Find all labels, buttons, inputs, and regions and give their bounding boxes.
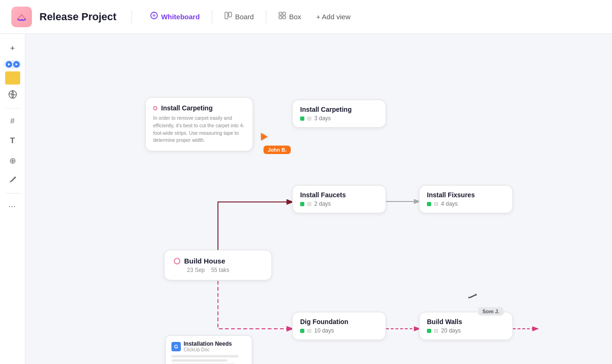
user-label-som-text: Som J. bbox=[482, 309, 499, 314]
note-body: In order to remove carpet easily and eff… bbox=[153, 115, 245, 144]
duration-icon-4: ⊟ bbox=[307, 328, 311, 334]
app-logo bbox=[11, 7, 32, 27]
svg-rect-2 bbox=[229, 12, 232, 17]
doc-line-1 bbox=[171, 355, 239, 357]
board-icon bbox=[225, 12, 232, 22]
task-duration-5: 20 days bbox=[441, 327, 461, 334]
task-meta: ⊟ 4 days bbox=[427, 201, 505, 207]
tab-whiteboard-label: Whiteboard bbox=[161, 13, 200, 21]
sidebar-play-group bbox=[4, 60, 22, 69]
sidebar-globe-button[interactable] bbox=[4, 86, 22, 104]
doc-title: Installation Needs bbox=[184, 341, 232, 347]
user-label-john-text: John B. bbox=[268, 147, 287, 153]
tab-divider-1 bbox=[212, 10, 212, 23]
build-house-milestone[interactable]: Build House 23 Sep 55 taks bbox=[164, 250, 272, 280]
globe-icon bbox=[8, 90, 17, 101]
status-dot-green-3 bbox=[427, 202, 431, 206]
add-view-button[interactable]: + Add view bbox=[310, 10, 357, 23]
box-icon bbox=[279, 12, 286, 22]
installation-needs-doc[interactable]: G Installation Needs ClickUp Doc bbox=[165, 335, 252, 364]
task-meta: ⊟ 2 days bbox=[300, 201, 378, 207]
sidebar: + # T ⊕ bbox=[0, 34, 25, 364]
whiteboard-canvas[interactable]: Install Carpeting In order to remove car… bbox=[25, 34, 612, 364]
duration-icon: ⊟ bbox=[307, 116, 311, 122]
note-title: Install Carpeting bbox=[153, 104, 245, 112]
status-dot-pink bbox=[153, 106, 157, 110]
milestone-tasks: 55 taks bbox=[211, 267, 229, 273]
sidebar-add-button[interactable]: + bbox=[4, 39, 22, 57]
svg-rect-6 bbox=[283, 16, 286, 19]
install-faucets-task[interactable]: Install Faucets ⊟ 2 days bbox=[292, 185, 386, 213]
task-title-text: Install Faucets bbox=[300, 191, 346, 199]
task-title-text: Dig Foundation bbox=[300, 318, 349, 325]
svg-rect-3 bbox=[279, 12, 282, 15]
status-dot-green-2 bbox=[300, 202, 304, 206]
dig-foundation-task[interactable]: Dig Foundation ⊟ 10 days bbox=[292, 312, 386, 340]
add-view-label: + Add view bbox=[316, 13, 350, 21]
status-dot-green-4 bbox=[300, 329, 304, 333]
tab-board-label: Board bbox=[235, 13, 254, 21]
nav-tabs: Whiteboard Board Box bbox=[143, 8, 357, 25]
user-label-som: Som J. bbox=[478, 307, 504, 316]
milestone-title-text: Build House bbox=[184, 257, 225, 265]
svg-marker-7 bbox=[8, 63, 10, 66]
task-title: Build Walls bbox=[427, 318, 505, 325]
sidebar-divider bbox=[5, 108, 20, 108]
install-fixsures-task[interactable]: Install Fixsures ⊟ 4 days bbox=[419, 185, 513, 213]
header: Release Project Whiteboard Board bbox=[0, 0, 612, 34]
doc-header: G Installation Needs ClickUp Doc bbox=[171, 341, 246, 352]
duration-icon-3: ⊟ bbox=[434, 201, 438, 207]
duration-icon-2: ⊟ bbox=[307, 201, 311, 207]
task-meta: ⊟ 10 days bbox=[300, 327, 378, 334]
project-title: Release Project bbox=[39, 11, 116, 23]
task-meta: ⊟ 3 days bbox=[300, 115, 378, 122]
task-duration-2: 2 days bbox=[314, 201, 331, 207]
status-dot-green-5 bbox=[427, 329, 431, 333]
doc-line-2 bbox=[171, 359, 227, 362]
sidebar-divider-2 bbox=[5, 193, 20, 194]
tab-box[interactable]: Box bbox=[272, 9, 308, 24]
milestone-meta: 23 Sep 55 taks bbox=[174, 267, 262, 273]
duration-icon-5: ⊟ bbox=[434, 328, 438, 334]
sticky-note-button[interactable] bbox=[5, 71, 20, 85]
circle-pink-icon bbox=[174, 258, 180, 264]
svg-marker-8 bbox=[15, 63, 18, 66]
task-title: Install Faucets bbox=[300, 191, 378, 199]
install-carpeting-task[interactable]: Install Carpeting ⊟ 3 days bbox=[292, 100, 386, 128]
task-title-text: Install Carpeting bbox=[300, 106, 352, 113]
tab-box-label: Box bbox=[289, 13, 301, 21]
sidebar-more-button[interactable]: ●●● bbox=[4, 197, 22, 215]
tab-whiteboard[interactable]: Whiteboard bbox=[143, 8, 207, 25]
install-carpeting-note[interactable]: Install Carpeting In order to remove car… bbox=[145, 97, 253, 151]
svg-rect-4 bbox=[283, 12, 286, 15]
tab-board[interactable]: Board bbox=[218, 9, 260, 24]
user-label-john: John B. bbox=[263, 146, 291, 154]
task-title: Install Fixsures bbox=[427, 191, 505, 199]
task-duration-3: 4 days bbox=[441, 201, 457, 207]
blue-dot-icon bbox=[6, 61, 12, 68]
more-icon: ●●● bbox=[9, 205, 16, 208]
plus-icon: + bbox=[10, 44, 15, 54]
tab-divider-2 bbox=[266, 10, 266, 23]
doc-info: Installation Needs ClickUp Doc bbox=[184, 341, 232, 352]
svg-rect-5 bbox=[279, 16, 282, 19]
doc-subtitle: ClickUp Doc bbox=[184, 347, 232, 352]
main-layout: + # T ⊕ bbox=[0, 34, 612, 364]
milestone-date: 23 Sep bbox=[187, 267, 205, 273]
sidebar-attach-button[interactable]: ⊕ bbox=[4, 152, 22, 170]
play-icon[interactable] bbox=[13, 61, 20, 68]
task-title: Dig Foundation bbox=[300, 318, 378, 325]
sidebar-hash-button[interactable]: # bbox=[4, 112, 22, 130]
sidebar-pen-button[interactable] bbox=[4, 171, 22, 189]
doc-content bbox=[171, 355, 246, 364]
task-meta: ⊟ 20 days bbox=[427, 327, 505, 334]
build-walls-task[interactable]: Build Walls ⊟ 20 days bbox=[419, 312, 513, 340]
doc-icon: G bbox=[171, 342, 181, 351]
note-title-text: Install Carpeting bbox=[161, 104, 213, 112]
status-dot-green bbox=[300, 116, 304, 121]
task-duration: 3 days bbox=[314, 115, 331, 122]
sidebar-text-button[interactable]: T bbox=[4, 132, 22, 150]
task-title: Install Carpeting bbox=[300, 106, 378, 113]
pen-icon bbox=[8, 175, 17, 186]
hash-icon: # bbox=[10, 117, 15, 125]
